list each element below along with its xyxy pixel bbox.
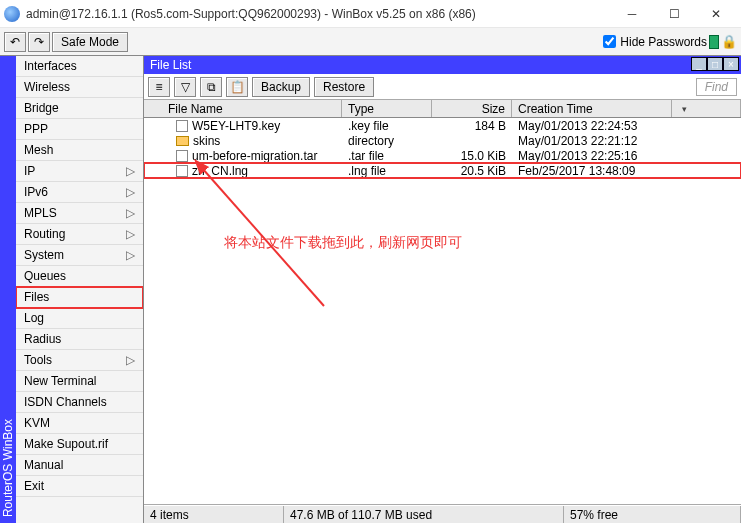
sidebar-item-label: Files xyxy=(24,290,49,304)
sidebar-item-ip[interactable]: IP▷ xyxy=(16,161,143,182)
copy-icon-button[interactable]: ⧉ xyxy=(200,77,222,97)
sidebar-item-label: IP xyxy=(24,164,35,178)
annotation-text: 将本站文件下载拖到此，刷新网页即可 xyxy=(224,234,462,252)
col-dropdown[interactable] xyxy=(672,100,741,117)
sidebar-item-manual[interactable]: Manual▷ xyxy=(16,455,143,476)
file-ctime: Feb/25/2017 13:48:09 xyxy=(512,164,672,178)
sidebar-item-wireless[interactable]: Wireless▷ xyxy=(16,77,143,98)
sidebar-item-bridge[interactable]: Bridge▷ xyxy=(16,98,143,119)
sidebar-item-label: Manual xyxy=(24,458,63,472)
file-name: W5EY-LHT9.key xyxy=(192,119,280,133)
sidebar-item-kvm[interactable]: KVM▷ xyxy=(16,413,143,434)
undo-button[interactable]: ↶ xyxy=(4,32,26,52)
table-header: File Name Type Size Creation Time xyxy=(144,100,741,118)
hide-passwords-label: Hide Passwords xyxy=(620,35,707,49)
statusbar: 4 items 47.6 MB of 110.7 MB used 57% fre… xyxy=(144,505,741,523)
sidebar-item-routing[interactable]: Routing▷ xyxy=(16,224,143,245)
vertical-tab[interactable]: RouterOS WinBox xyxy=(0,56,16,523)
redo-button[interactable]: ↷ xyxy=(28,32,50,52)
sidebar-item-new-terminal[interactable]: New Terminal▷ xyxy=(16,371,143,392)
sidebar-item-isdn-channels[interactable]: ISDN Channels▷ xyxy=(16,392,143,413)
sidebar-item-label: Log xyxy=(24,311,44,325)
sidebar-item-label: Make Supout.rif xyxy=(24,437,108,451)
col-type[interactable]: Type xyxy=(342,100,432,117)
sidebar-item-label: Queues xyxy=(24,269,66,283)
status-used: 47.6 MB of 110.7 MB used xyxy=(284,506,564,523)
panel-close-button[interactable]: × xyxy=(723,57,739,71)
file-icon xyxy=(176,120,188,132)
svg-line-0 xyxy=(202,168,324,306)
minimize-button[interactable]: ─ xyxy=(611,1,653,27)
sidebar-item-ppp[interactable]: PPP▷ xyxy=(16,119,143,140)
sidebar-item-label: Wireless xyxy=(24,80,70,94)
sidebar-item-ipv6[interactable]: IPv6▷ xyxy=(16,182,143,203)
col-size[interactable]: Size xyxy=(432,100,512,117)
lock-icon: 🔒 xyxy=(721,34,737,49)
status-led-icon xyxy=(709,35,719,49)
file-size: 20.5 KiB xyxy=(432,164,512,178)
file-ctime: May/01/2013 22:25:16 xyxy=(512,149,672,163)
sidebar-item-mpls[interactable]: MPLS▷ xyxy=(16,203,143,224)
app-icon xyxy=(4,6,20,22)
hide-passwords-input[interactable] xyxy=(603,35,616,48)
sidebar-item-label: IPv6 xyxy=(24,185,48,199)
panel-toolbar: ≡ ▽ ⧉ 📋 Backup Restore Find xyxy=(144,74,741,100)
col-icon[interactable] xyxy=(144,100,162,117)
sidebar-item-label: MPLS xyxy=(24,206,57,220)
chevron-right-icon: ▷ xyxy=(126,353,135,367)
sidebar-item-label: Radius xyxy=(24,332,61,346)
safe-mode-button[interactable]: Safe Mode xyxy=(52,32,128,52)
maximize-button[interactable]: ☐ xyxy=(653,1,695,27)
col-name[interactable]: File Name xyxy=(162,100,342,117)
window-titlebar: admin@172.16.1.1 (Ros5.com-Support:QQ962… xyxy=(0,0,741,28)
close-button[interactable]: ✕ xyxy=(695,1,737,27)
status-count: 4 items xyxy=(144,506,284,523)
filter-icon-button[interactable]: ▽ xyxy=(174,77,196,97)
sidebar-item-system[interactable]: System▷ xyxy=(16,245,143,266)
file-table: File Name Type Size Creation Time W5EY-L… xyxy=(144,100,741,505)
sidebar-item-log[interactable]: Log▷ xyxy=(16,308,143,329)
content-panel: File List _ □ × ≡ ▽ ⧉ 📋 Backup Restore F… xyxy=(144,56,741,523)
file-ctime: May/01/2013 22:21:12 xyxy=(512,134,672,148)
file-icon xyxy=(176,165,188,177)
table-row[interactable]: W5EY-LHT9.key.key file184 BMay/01/2013 2… xyxy=(144,118,741,133)
file-name: um-before-migration.tar xyxy=(192,149,317,163)
sidebar-item-tools[interactable]: Tools▷ xyxy=(16,350,143,371)
panel-minimize-button[interactable]: _ xyxy=(691,57,707,71)
file-type: .key file xyxy=(342,119,432,133)
sidebar-item-label: Exit xyxy=(24,479,44,493)
table-row[interactable]: um-before-migration.tar.tar file15.0 KiB… xyxy=(144,148,741,163)
panel-title-text: File List xyxy=(150,58,191,72)
panel-maximize-button[interactable]: □ xyxy=(707,57,723,71)
sidebar-item-label: Routing xyxy=(24,227,65,241)
sidebar-item-make-supout.rif[interactable]: Make Supout.rif▷ xyxy=(16,434,143,455)
table-row[interactable]: skinsdirectoryMay/01/2013 22:21:12 xyxy=(144,133,741,148)
panel-titlebar: File List _ □ × xyxy=(144,56,741,74)
restore-button[interactable]: Restore xyxy=(314,77,374,97)
list-icon-button[interactable]: ≡ xyxy=(148,77,170,97)
file-size: 15.0 KiB xyxy=(432,149,512,163)
chevron-right-icon: ▷ xyxy=(126,248,135,262)
chevron-right-icon: ▷ xyxy=(126,227,135,241)
chevron-right-icon: ▷ xyxy=(126,206,135,220)
main-toolbar: ↶ ↷ Safe Mode Hide Passwords 🔒 xyxy=(0,28,741,56)
window-title: admin@172.16.1.1 (Ros5.com-Support:QQ962… xyxy=(26,7,611,21)
sidebar-item-radius[interactable]: Radius▷ xyxy=(16,329,143,350)
file-size: 184 B xyxy=(432,119,512,133)
annotation-arrow xyxy=(184,156,344,316)
sidebar-item-files[interactable]: Files▷ xyxy=(16,287,143,308)
find-field[interactable]: Find xyxy=(696,78,737,96)
hide-passwords-checkbox[interactable]: Hide Passwords xyxy=(603,35,707,49)
sidebar: Interfaces▷Wireless▷Bridge▷PPP▷Mesh▷IP▷I… xyxy=(16,56,144,523)
sidebar-item-label: Bridge xyxy=(24,101,59,115)
backup-button[interactable]: Backup xyxy=(252,77,310,97)
sidebar-item-label: Mesh xyxy=(24,143,53,157)
sidebar-item-queues[interactable]: Queues▷ xyxy=(16,266,143,287)
table-row[interactable]: zh_CN.lng.lng file20.5 KiBFeb/25/2017 13… xyxy=(144,163,741,178)
paste-icon-button[interactable]: 📋 xyxy=(226,77,248,97)
sidebar-item-mesh[interactable]: Mesh▷ xyxy=(16,140,143,161)
sidebar-item-exit[interactable]: Exit▷ xyxy=(16,476,143,497)
sidebar-item-label: PPP xyxy=(24,122,48,136)
col-ctime[interactable]: Creation Time xyxy=(512,100,672,117)
sidebar-item-interfaces[interactable]: Interfaces▷ xyxy=(16,56,143,77)
